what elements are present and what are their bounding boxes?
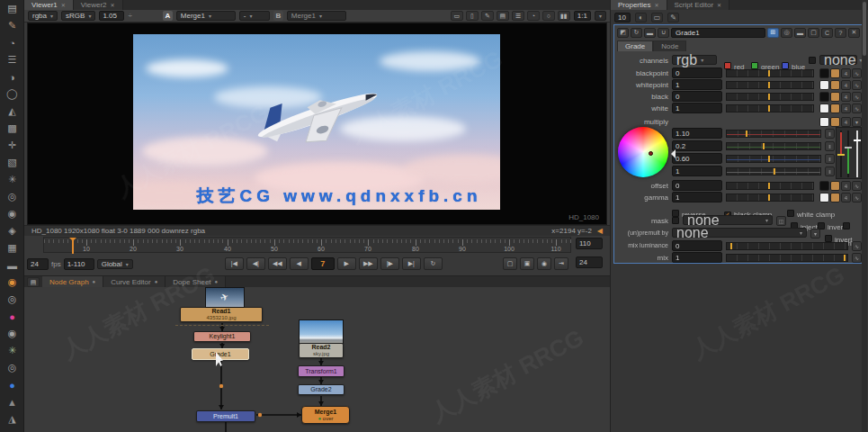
gamma-slider[interactable] (726, 194, 814, 202)
channel-split-button[interactable]: 4 (841, 104, 851, 113)
mix-field[interactable]: 1 (672, 252, 722, 263)
multiply-alpha-field[interactable]: 1 (672, 166, 722, 176)
roi-icon[interactable]: ▯ (466, 11, 479, 21)
user-plugin-icon[interactable]: ◉ (0, 325, 24, 342)
at-plugin-icon[interactable]: ◎ (0, 359, 24, 376)
filter-icon[interactable]: ◯ (0, 86, 24, 103)
node-read2[interactable]: Read2 sky.jpg (299, 343, 344, 358)
play-forward-fast-button[interactable]: ▶▶ (359, 257, 378, 270)
clock-icon[interactable]: ◔ (527, 11, 540, 21)
views-icon[interactable]: ◉ (0, 205, 24, 222)
whitepoint-slider[interactable] (726, 81, 814, 89)
prev-keyframe-button[interactable]: ◀| (246, 257, 265, 270)
curve-button[interactable]: ∿ (852, 181, 862, 191)
black-field[interactable]: 0 (672, 91, 722, 102)
fps-field[interactable]: 24 (27, 258, 49, 270)
black-slider[interactable] (726, 93, 814, 101)
play-backward-fast-button[interactable]: ◀◀ (268, 257, 287, 270)
hsv-vertical-sliders[interactable] (836, 127, 862, 179)
goto-end-button[interactable]: ▶| (402, 257, 421, 270)
node-grade2[interactable]: Grade2 (298, 384, 345, 395)
color-swatch-button[interactable] (819, 193, 829, 202)
channel-split-button[interactable]: 4 (841, 117, 851, 127)
color-wheel-button[interactable] (830, 181, 840, 191)
properties-scrollbar[interactable] (862, 0, 867, 432)
range-lock-icon[interactable]: ◉ (537, 257, 551, 270)
clone-button[interactable]: C (821, 28, 833, 38)
color-swatch-button[interactable] (819, 92, 829, 102)
channel-split-button[interactable]: 4 (841, 80, 851, 90)
refresh-icon[interactable]: ↻ (631, 28, 642, 38)
multiply-red-slider[interactable] (726, 130, 821, 138)
layer-dropdown[interactable]: rgba▾ (28, 11, 58, 21)
multiply-green-field[interactable]: 0.2 (672, 140, 722, 151)
color-wheel-button[interactable] (830, 92, 840, 102)
close-icon[interactable]: ✕ (111, 2, 115, 8)
color-wheel-button[interactable] (830, 117, 840, 127)
gamma-field[interactable]: 1 (672, 192, 722, 202)
tab-viewer2[interactable]: Viewer2 ✕ (74, 0, 123, 10)
draw-icon[interactable]: ✎ (0, 17, 24, 34)
swirl-plugin-icon[interactable]: ◉ (0, 274, 24, 291)
transform-icon[interactable]: ✛ (0, 137, 24, 154)
color-wheel-button[interactable] (830, 80, 840, 90)
pause-channel-button[interactable]: ‖ (825, 166, 835, 176)
triangle-plugin-icon[interactable]: ▲ (0, 393, 24, 410)
color-icon[interactable]: ◑ (0, 68, 24, 86)
wipe-dropdown[interactable]: -▾ (239, 11, 270, 21)
help-button[interactable]: ? (835, 28, 846, 38)
color-wheel-button[interactable] (830, 193, 840, 202)
trash-icon[interactable]: ▭ (651, 13, 663, 22)
pin-icon[interactable]: ◐ (635, 13, 647, 22)
premult-source-button[interactable]: ▾ (810, 229, 820, 238)
channel-split-button[interactable]: 4 (841, 68, 851, 78)
postage-stamp-button[interactable]: ▬ (794, 28, 806, 38)
lut-dropdown[interactable]: sRGB▾ (61, 11, 95, 21)
blue-plugin-icon[interactable]: ● (0, 376, 24, 393)
tab-curve-editor[interactable]: Curve Editor● (103, 276, 166, 287)
multiply-blue-field[interactable]: 0.60 (672, 153, 722, 164)
mix-luminance-field[interactable]: 0 (672, 240, 722, 251)
step-back-button[interactable]: ◀ (290, 257, 309, 270)
curve-button[interactable]: ∿ (852, 241, 862, 251)
range-mode-dropdown[interactable]: Global▾ (97, 259, 133, 269)
node-graph-canvas[interactable]: Read1 4353210.jpg ✈ Keylight1 Grade1 Pre… (24, 287, 610, 432)
node-read1[interactable]: Read1 4353210.jpg (180, 307, 263, 322)
alpha-channel-dropdown[interactable]: none▾ (819, 55, 857, 65)
multiply-green-slider[interactable] (726, 142, 821, 150)
node-premult1[interactable]: Premult1 (196, 410, 255, 422)
channel-split-button[interactable]: 4 (841, 181, 851, 191)
multiply-blue-slider[interactable] (726, 155, 821, 163)
b-input-dropdown[interactable]: Merge1▾ (287, 11, 346, 21)
curve-button[interactable]: ∿ (852, 253, 862, 263)
pause-channel-button[interactable]: ‖ (825, 129, 835, 139)
tab-node[interactable]: Node (653, 40, 686, 51)
loop-mode-button[interactable]: ↻ (424, 257, 443, 270)
frame-range-field[interactable]: 1-110 (64, 258, 94, 270)
close-panel-button[interactable]: ✕ (848, 28, 860, 38)
pane-collapse-icon[interactable]: ◀ (597, 227, 603, 235)
blackpoint-slider[interactable] (726, 69, 814, 77)
white-slider[interactable] (726, 104, 814, 112)
whitepoint-field[interactable]: 1 (672, 79, 722, 90)
collapse-wheel-button[interactable]: ▾ (852, 117, 862, 127)
color-swatch-button[interactable] (819, 117, 829, 127)
step-forward-button[interactable]: ▶ (337, 257, 356, 270)
gamma-divider-icon[interactable]: ÷ (128, 12, 131, 20)
other-icon[interactable]: ▬ (0, 256, 24, 274)
tab-grade[interactable]: Grade (617, 40, 653, 51)
tab-viewer1[interactable]: Viewer1 ✕ (24, 0, 74, 10)
zoom-dropdown[interactable]: ▾ (595, 11, 606, 21)
node-merge1[interactable]: Merge1 ● over (301, 406, 350, 424)
color-swatch-button[interactable] (819, 181, 829, 191)
particles-icon[interactable]: ✳ (0, 171, 24, 188)
foliage-plugin-icon[interactable]: ✳ (0, 342, 24, 359)
ap-plugin-icon[interactable]: ◮ (0, 410, 24, 428)
input-process-icon[interactable]: ☰ (512, 11, 524, 21)
mask-channel-dropdown[interactable]: none▾ (683, 215, 773, 225)
pink-plugin-icon[interactable]: ● (0, 308, 24, 325)
curve-button[interactable]: ∿ (852, 193, 862, 202)
mask-enable-checkbox[interactable] (672, 217, 679, 224)
timeline-ruler[interactable]: 102030405060708090100110 (43, 237, 571, 253)
node-color-swatch-button[interactable]: ◩ (617, 28, 629, 38)
